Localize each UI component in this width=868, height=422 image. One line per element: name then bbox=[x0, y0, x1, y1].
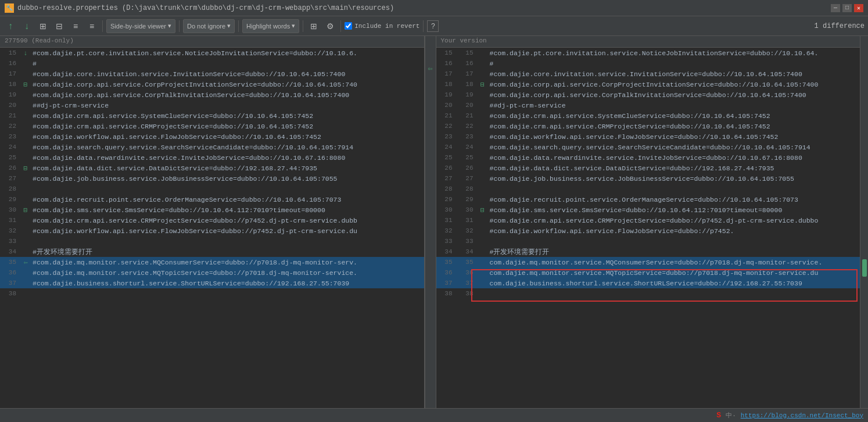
gutter-icon bbox=[21, 60, 30, 67]
line-number-right: 16 bbox=[457, 60, 478, 67]
left-line-row: 37 #com.dajie.business.shorturl.service.… bbox=[0, 278, 424, 288]
line-content: # bbox=[487, 60, 860, 67]
left-line-row: 23 #com.dajie.workflow.api.service.FlowJ… bbox=[0, 131, 424, 142]
right-pane-content[interactable]: 1515 #com.dajie.pt.core.invitation.servi… bbox=[436, 48, 860, 408]
action-btn-2[interactable]: ⊟ bbox=[52, 19, 66, 33]
left-line-row: 30⊟#com.dajie.sms.service.SmsService=dub… bbox=[0, 205, 424, 215]
status-bar: S 中· https://blog.csdn.net/Insect_boy bbox=[0, 408, 868, 422]
nav-prev-button[interactable]: ↑ bbox=[3, 19, 17, 33]
gutter-icon bbox=[21, 238, 30, 245]
line-content: #com.dajie.crm.api.service.CRMProjectSer… bbox=[30, 217, 424, 224]
gutter-icon bbox=[478, 175, 487, 183]
separator-5 bbox=[340, 20, 341, 32]
gutter-icon bbox=[478, 280, 487, 287]
line-number: 37 bbox=[0, 280, 21, 287]
line-number: 27 bbox=[436, 175, 457, 182]
gutter-icon: ⊟ bbox=[478, 80, 487, 88]
right-scrollbar[interactable] bbox=[860, 36, 868, 408]
gutter-icon bbox=[21, 196, 30, 203]
gutter-icon bbox=[478, 154, 487, 162]
line-number: 27 bbox=[0, 175, 21, 182]
gutter-icon bbox=[478, 238, 487, 245]
line-content: #com.dajie.sms.service.SmsService=dubbo:… bbox=[487, 206, 860, 214]
scrollbar-track bbox=[860, 36, 868, 408]
gutter-icon bbox=[21, 133, 30, 141]
line-content: #com.dajie.recruit.point.service.OrderMa… bbox=[487, 196, 860, 203]
include-revert-input[interactable] bbox=[345, 22, 352, 30]
right-line-row: 2525 #com.dajie.data.rewardinvite.servic… bbox=[436, 152, 860, 163]
action-btn-4[interactable]: ≡ bbox=[85, 19, 99, 33]
gutter-icon bbox=[21, 217, 30, 224]
separator-1 bbox=[102, 20, 103, 32]
line-number: 23 bbox=[0, 133, 21, 140]
line-content: #com.dajie.job.business.service.JobBusin… bbox=[30, 175, 424, 183]
gutter-icon bbox=[478, 248, 487, 256]
ignore-dropdown-button[interactable]: Do not ignore ▾ bbox=[183, 19, 235, 33]
line-number: 33 bbox=[0, 238, 21, 245]
scrollbar-thumb[interactable] bbox=[862, 259, 867, 277]
gutter-icon bbox=[21, 280, 30, 287]
action-btn-1[interactable]: ⊞ bbox=[36, 19, 50, 33]
right-line-row: 1515 #com.dajie.pt.core.invitation.servi… bbox=[436, 48, 860, 58]
right-line-row: 3030⊟#com.dajie.sms.service.SmsService=d… bbox=[436, 205, 860, 215]
line-number: 29 bbox=[0, 196, 21, 203]
separator-6 bbox=[423, 20, 424, 32]
grid-button[interactable]: ⊞ bbox=[307, 19, 321, 33]
highlight-dropdown-button[interactable]: Highlight words ▾ bbox=[242, 19, 299, 33]
gutter-icon bbox=[21, 227, 30, 235]
right-line-row: 1919 #com.dajie.corp.api.service.CorpTal… bbox=[436, 90, 860, 100]
line-number-right: 36 bbox=[457, 269, 478, 276]
close-button[interactable]: ✕ bbox=[854, 4, 863, 12]
nav-next-button[interactable]: ↓ bbox=[20, 19, 34, 33]
gutter-icon bbox=[478, 49, 487, 57]
left-line-row: 25 #com.dajie.data.rewardinvite.service.… bbox=[0, 152, 424, 163]
status-url[interactable]: https://blog.csdn.net/Insect_boy bbox=[741, 412, 863, 419]
left-line-row: 33 bbox=[0, 236, 424, 246]
left-pane-content[interactable]: 15↓#com.dajie.pt.core.invitation.service… bbox=[0, 48, 424, 408]
line-number-right: 21 bbox=[457, 112, 478, 119]
minimize-button[interactable]: — bbox=[831, 4, 840, 12]
gutter-icon bbox=[478, 144, 487, 151]
include-revert-checkbox[interactable]: Include in revert bbox=[345, 22, 419, 30]
app-icon: 🔧 bbox=[5, 3, 14, 13]
line-content: #com.dajie.pt.core.invitation.service.No… bbox=[487, 49, 860, 57]
left-line-row: 27 #com.dajie.job.business.service.JobBu… bbox=[0, 173, 424, 184]
viewer-dropdown-button[interactable]: Side-by-side viewer ▾ bbox=[106, 19, 175, 33]
right-pane-header: Your version bbox=[436, 36, 860, 48]
right-line-row: 2929 #com.dajie.recruit.point.service.Or… bbox=[436, 194, 860, 205]
left-line-row: 19 #com.dajie.corp.api.service.CorpTalkI… bbox=[0, 90, 424, 100]
line-content: #com.dajie.recruit.point.service.OrderMa… bbox=[30, 196, 424, 203]
right-pane-title: Your version bbox=[441, 37, 487, 44]
line-number: 29 bbox=[436, 196, 457, 203]
line-number-right: 23 bbox=[457, 133, 478, 140]
line-content: #com.dajie.crm.api.service.CRMProjectSer… bbox=[487, 217, 860, 224]
line-number-right: 27 bbox=[457, 175, 478, 182]
line-number-right: 30 bbox=[457, 206, 478, 213]
line-number-right: 22 bbox=[457, 123, 478, 130]
line-number: 19 bbox=[0, 91, 21, 98]
right-line-row: 2626 #com.dajie.data.dict.service.DataDi… bbox=[436, 163, 860, 173]
line-number-right: 20 bbox=[457, 102, 478, 109]
line-number-right: 24 bbox=[457, 144, 478, 151]
line-number-right: 18 bbox=[457, 81, 478, 88]
line-number: 30 bbox=[436, 206, 457, 213]
right-line-row: 1717 #com.dajie.core.invitation.service.… bbox=[436, 69, 860, 79]
right-line-row: 2222 #com.dajie.crm.api.service.CRMProje… bbox=[436, 121, 860, 131]
line-number-right: 19 bbox=[457, 91, 478, 98]
right-code-lines: 1515 #com.dajie.pt.core.invitation.servi… bbox=[436, 48, 860, 299]
left-line-row: 28 bbox=[0, 184, 424, 194]
line-content: #com.dajie.search.query.service.SearchSe… bbox=[487, 144, 860, 151]
line-content: #com.dajie.data.rewardinvite.service.Inv… bbox=[487, 154, 860, 162]
line-number: 28 bbox=[0, 185, 21, 192]
line-content: #com.dajie.corp.api.service.CorpProjectI… bbox=[487, 81, 860, 88]
maximize-button[interactable]: □ bbox=[842, 4, 852, 12]
gutter-icon bbox=[478, 259, 487, 266]
line-number: 20 bbox=[436, 102, 457, 109]
help-button[interactable]: ? bbox=[427, 20, 439, 32]
line-content: #com.dajie.crm.api.service.CRMProjectSer… bbox=[487, 123, 860, 130]
gutter-icon bbox=[478, 290, 487, 298]
settings-button[interactable]: ⚙ bbox=[323, 19, 337, 33]
line-number: 26 bbox=[0, 164, 21, 171]
action-btn-3[interactable]: ≡ bbox=[69, 19, 83, 33]
line-number: 17 bbox=[436, 70, 457, 77]
